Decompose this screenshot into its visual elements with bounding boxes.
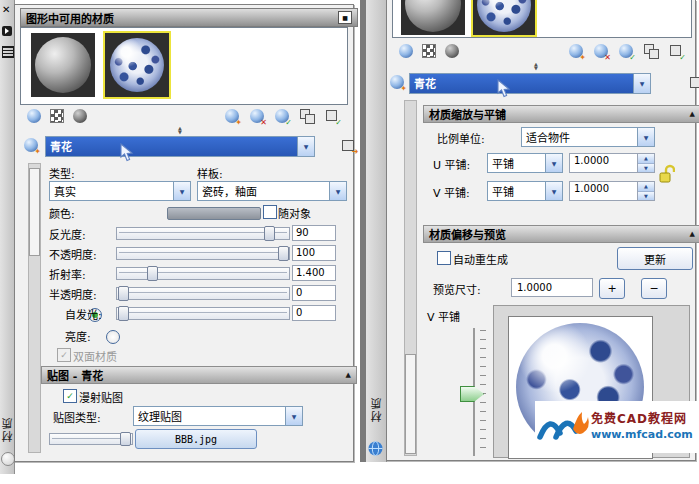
u-tile-mode-value: 平铺	[488, 154, 545, 172]
v-tile-spinner[interactable]: 1.0000 ▲▼	[569, 181, 655, 201]
right-palette-titlebar-vertical[interactable]: 材质	[366, 0, 387, 462]
splitter-handle[interactable]: ▲ ▼	[165, 126, 195, 134]
map-section-header[interactable]: 贴图 - 青花 ▲	[41, 366, 357, 384]
right-panel-scrollbar[interactable]	[404, 100, 417, 456]
refraction-slider[interactable]	[116, 267, 290, 280]
translucency-slider[interactable]	[116, 287, 290, 300]
splitter-handle[interactable]: ▲ ▼	[521, 62, 551, 70]
shininess-value[interactable]: 90	[292, 225, 336, 241]
opacity-slider[interactable]	[116, 247, 290, 260]
collapse-icon[interactable]: ▲	[346, 371, 351, 379]
slider-thumb[interactable]	[278, 246, 289, 261]
material-name-combobox[interactable]: 青花 ▼	[45, 136, 315, 157]
auto-regen-checkbox[interactable]	[437, 251, 451, 265]
slider-thumb[interactable]	[118, 306, 129, 321]
preview-zoom-out-button[interactable]: −	[641, 278, 667, 299]
material-swatch-qinghua[interactable]	[103, 31, 171, 99]
auto-hide-icon[interactable]	[2, 26, 12, 36]
apply-material-icon[interactable]	[643, 43, 659, 59]
close-icon[interactable]: ✕	[2, 4, 10, 15]
map-strength-slider[interactable]	[49, 433, 133, 445]
u-tile-spinner[interactable]: 1.0000 ▲▼	[569, 153, 655, 173]
refraction-value[interactable]: 1.400	[292, 265, 336, 281]
swatch-geometry-icon[interactable]	[26, 108, 42, 124]
create-material-icon[interactable]: ✦	[224, 108, 240, 124]
materials-globe-icon[interactable]	[368, 441, 383, 456]
self-illumination-value[interactable]: 0	[292, 305, 336, 321]
copy-material-icon[interactable]: ➜	[341, 137, 357, 153]
spin-down-icon[interactable]: ▼	[638, 192, 654, 201]
slider-thumb[interactable]	[264, 226, 275, 241]
scrollbar-thumb[interactable]	[29, 168, 40, 256]
scrollbar-thumb[interactable]	[405, 354, 416, 454]
properties-menu-icon[interactable]	[2, 46, 14, 58]
slider-thumb[interactable]	[118, 286, 129, 301]
chevron-down-icon[interactable]: ▼	[329, 182, 346, 200]
update-button[interactable]: 更新	[617, 247, 693, 270]
indicate-in-use-icon[interactable]: ✓	[274, 108, 290, 124]
material-swatch-qinghua[interactable]	[471, 0, 537, 37]
shininess-slider[interactable]	[116, 227, 290, 240]
checkered-underlay-icon[interactable]	[421, 43, 437, 59]
palette-globe-icon[interactable]	[1, 452, 15, 466]
material-swatch-global[interactable]	[401, 0, 465, 35]
translucency-value[interactable]: 0	[292, 285, 336, 301]
swatch-lighting-icon[interactable]	[72, 108, 88, 124]
material-lead-icon[interactable]: ✦	[23, 137, 39, 153]
preview-size-field[interactable]: 1.0000	[511, 278, 593, 297]
opacity-value[interactable]: 100	[292, 245, 336, 261]
material-name-combobox[interactable]: 青花 ▼	[409, 73, 651, 94]
purge-material-icon[interactable]: ✕	[249, 108, 265, 124]
preview-zoom-in-button[interactable]: +	[599, 278, 625, 299]
chevron-down-icon[interactable]: ▼	[285, 407, 302, 425]
apply-material-icon[interactable]	[299, 108, 315, 124]
scale-section-header[interactable]: 材质缩放与平铺 ▲	[423, 105, 699, 123]
material-lead-icon[interactable]: ✦	[389, 74, 405, 90]
diffuse-map-checkbox[interactable]: ✓	[63, 389, 77, 403]
template-combobox[interactable]: 瓷砖，釉面 ▼	[197, 181, 347, 201]
spin-up-icon[interactable]: ▲	[638, 154, 654, 164]
map-file-button[interactable]: BBB.jpg	[135, 429, 257, 449]
chevron-down-icon[interactable]: ▼	[633, 74, 650, 93]
copy-material-icon[interactable]: ➜	[689, 74, 699, 90]
two-sided-checkbox[interactable]: ✓	[57, 348, 71, 362]
chevron-down-icon[interactable]: ▼	[637, 128, 654, 146]
preview-size-label: 预览尺寸:	[433, 281, 481, 297]
self-illumination-slider[interactable]	[116, 307, 290, 320]
u-tile-mode-combobox[interactable]: 平铺 ▼	[487, 153, 563, 173]
chevron-down-icon[interactable]: ▼	[545, 154, 562, 172]
slider-thumb[interactable]	[147, 266, 158, 281]
slider-thumb[interactable]	[120, 432, 131, 446]
remove-material-icon[interactable]: ✓	[324, 108, 340, 124]
chevron-down-icon[interactable]: ▼	[297, 137, 314, 156]
chevron-down-icon[interactable]: ▼	[545, 182, 562, 200]
collapse-icon[interactable]: ▲	[690, 230, 695, 238]
swatch-lighting-icon[interactable]	[444, 43, 460, 59]
materials-list-header[interactable]: 图形中可用的材质 ■	[20, 8, 358, 27]
by-object-checkbox[interactable]	[263, 205, 277, 219]
map-type-combobox[interactable]: 纹理贴图 ▼	[133, 406, 303, 426]
chevron-down-icon[interactable]: ▼	[173, 182, 190, 200]
type-combobox[interactable]: 真实 ▼	[49, 181, 191, 201]
x-badge: ✕	[260, 119, 267, 127]
left-panel-scrollbar[interactable]	[28, 163, 41, 453]
offset-section-header[interactable]: 材质偏移与预览 ▲	[423, 225, 699, 243]
uv-lock-icon[interactable]	[659, 164, 675, 184]
luminance-radio[interactable]	[106, 330, 120, 344]
material-swatch-global[interactable]	[31, 33, 95, 97]
color-swatch[interactable]	[167, 207, 261, 220]
indicate-in-use-icon[interactable]: ✓	[618, 43, 634, 59]
page: ✕ 材质 图形中可用的材质 ■ ✦ ✕	[0, 0, 699, 484]
spin-up-icon[interactable]: ▲	[638, 182, 654, 192]
scale-unit-combobox[interactable]: 适合物件 ▼	[521, 127, 655, 147]
swatch-geometry-icon[interactable]	[398, 43, 414, 59]
v-tile-mode-combobox[interactable]: 平铺 ▼	[487, 181, 563, 201]
panel-restore-icon[interactable]: ■	[338, 11, 352, 24]
purge-material-icon[interactable]: ✕	[593, 43, 609, 59]
create-material-icon[interactable]: ✦	[568, 43, 584, 59]
checkered-underlay-icon[interactable]	[49, 108, 65, 124]
collapse-icon[interactable]: ▲	[690, 110, 695, 118]
left-palette-titlebar-vertical[interactable]: ✕ 材质	[0, 0, 15, 474]
spin-down-icon[interactable]: ▼	[638, 164, 654, 173]
remove-material-icon[interactable]: ✓	[668, 43, 684, 59]
